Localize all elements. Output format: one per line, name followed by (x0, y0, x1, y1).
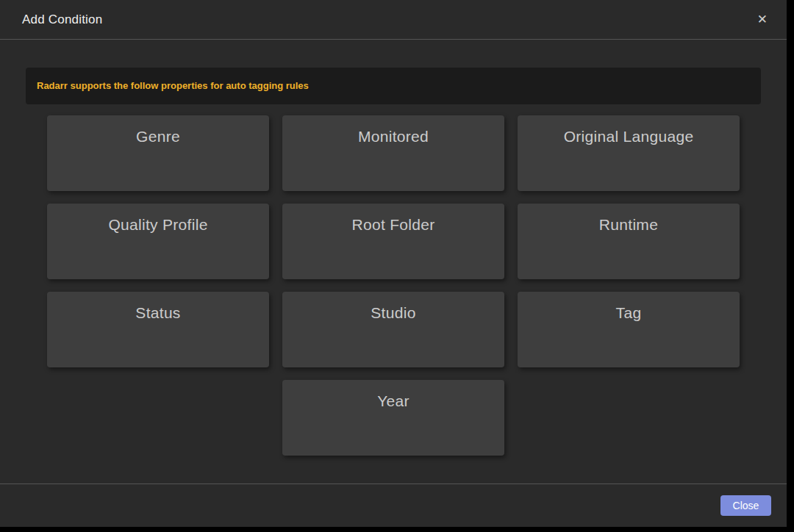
condition-card-label: Root Folder (351, 216, 434, 233)
condition-card-label: Quality Profile (108, 216, 207, 233)
condition-card-genre[interactable]: Genre (47, 115, 269, 191)
condition-card-root-folder[interactable]: Root Folder (282, 204, 504, 279)
close-icon[interactable]: ✕ (754, 12, 770, 27)
condition-card-label: Genre (136, 128, 180, 145)
modal-body: Radarr supports the follow properties fo… (0, 40, 787, 484)
condition-card-label: Studio (371, 304, 415, 321)
condition-card-status[interactable]: Status (47, 292, 269, 367)
condition-card-label: Original Language (564, 128, 694, 145)
condition-card-monitored[interactable]: Monitored (282, 115, 504, 191)
close-button[interactable]: Close (720, 495, 771, 516)
condition-card-tag[interactable]: Tag (518, 292, 740, 367)
modal-title: Add Condition (22, 12, 102, 27)
condition-card-original-language[interactable]: Original Language (518, 115, 740, 191)
condition-card-grid: Genre Monitored Original Language Qualit… (26, 115, 761, 456)
condition-card-label: Tag (616, 304, 642, 321)
auto-tagging-info-message: Radarr supports the follow properties fo… (26, 68, 761, 104)
modal-header: Add Condition ✕ (0, 0, 787, 40)
condition-card-year[interactable]: Year (282, 380, 504, 456)
condition-card-studio[interactable]: Studio (282, 292, 504, 367)
condition-card-runtime[interactable]: Runtime (518, 204, 740, 279)
condition-card-quality-profile[interactable]: Quality Profile (47, 204, 269, 279)
condition-card-label: Status (135, 304, 180, 321)
condition-card-label: Runtime (599, 216, 658, 233)
condition-card-label: Monitored (358, 128, 429, 145)
modal-footer: Close (0, 484, 787, 527)
condition-card-label: Year (377, 392, 409, 409)
add-condition-modal: Add Condition ✕ Radarr supports the foll… (0, 0, 787, 527)
